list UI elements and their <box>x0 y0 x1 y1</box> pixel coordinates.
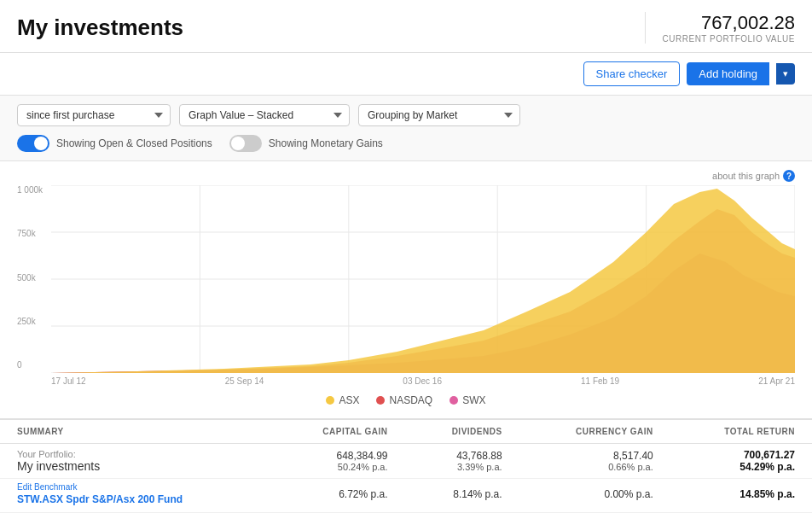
x-label-1: 17 Jul 12 <box>51 376 86 386</box>
monetary-gains-toggle-label: Showing Monetary Gains <box>269 137 383 149</box>
portfolio-name-cell: Your Portfolio: My investments <box>0 444 270 479</box>
toggle-knob-2 <box>231 137 245 150</box>
share-checker-button[interactable]: Share checker <box>583 61 681 86</box>
dividends-pct: 3.39% p.a. <box>422 462 502 472</box>
benchmark-cell: Edit Benchmark STW.ASX Spdr S&P/Asx 200 … <box>0 479 270 513</box>
portfolio-value: 767,002.28 <box>663 12 795 34</box>
x-label-5: 21 Apr 21 <box>758 376 795 386</box>
legend-swx: SWX <box>450 394 485 406</box>
capital-gain-cell: 648,384.99 50.24% p.a. <box>270 444 404 479</box>
b-capital-gain-cell: 6.72% p.a. <box>270 479 404 513</box>
open-closed-toggle-item: Showing Open & Closed Positions <box>17 135 212 152</box>
asx-label: ASX <box>339 394 359 406</box>
legend-asx: ASX <box>326 394 359 406</box>
portfolio-value-label: CURRENT PORTFOLIO VALUE <box>663 34 795 44</box>
portfolio-label: Your Portfolio: <box>17 449 253 459</box>
total-return-cell: 700,671.27 54.29% p.a. <box>670 444 812 479</box>
about-graph-label[interactable]: about this graph <box>712 171 780 181</box>
period-select[interactable]: since first purchase <box>17 104 171 126</box>
swx-label: SWX <box>462 394 485 406</box>
col-dividends: DIVIDENDS <box>405 419 519 444</box>
portfolio-name: My investments <box>17 459 253 473</box>
info-icon: ? <box>783 170 795 182</box>
toggle-row: Showing Open & Closed Positions Showing … <box>17 135 795 152</box>
dividends-value: 43,768.88 <box>422 450 502 462</box>
chart-svg <box>51 185 795 373</box>
col-total-return: TOTAL RETURN <box>670 419 812 444</box>
y-label-500k: 500k <box>17 273 43 283</box>
portfolio-value-block: 767,002.28 CURRENT PORTFOLIO VALUE <box>645 12 795 44</box>
chart-svg-wrapper <box>51 185 795 373</box>
portfolio-row: Your Portfolio: My investments 648,384.9… <box>0 444 812 479</box>
currency-gain-pct: 0.66% p.a. <box>536 462 653 472</box>
open-closed-toggle[interactable] <box>17 135 49 152</box>
currency-gain-value: 8,517.40 <box>536 450 653 462</box>
dividends-cell: 43,768.88 3.39% p.a. <box>405 444 519 479</box>
filters-bar: since first purchase Graph Value – Stack… <box>0 96 812 161</box>
y-label-250k: 250k <box>17 317 43 326</box>
total-return-pct: 54.29% p.a. <box>687 461 795 473</box>
chart-container: 1 000k 750k 500k 250k 0 <box>17 185 795 373</box>
y-label-750k: 750k <box>17 229 43 238</box>
benchmark-ticker[interactable]: STW.ASX <box>17 493 63 505</box>
open-closed-toggle-label: Showing Open & Closed Positions <box>56 137 212 149</box>
asx-dot <box>326 396 334 405</box>
nasdaq-dot <box>376 396 385 405</box>
b-currency-gain-cell: 0.00% p.a. <box>519 479 670 513</box>
benchmark-row: Edit Benchmark STW.ASX Spdr S&P/Asx 200 … <box>0 479 812 513</box>
col-capital-gain: CAPITAL GAIN <box>270 419 404 444</box>
edit-benchmark-link[interactable]: Edit Benchmark <box>17 482 253 492</box>
graph-type-select[interactable]: Graph Value – Stacked <box>179 104 350 126</box>
legend-nasdaq: NASDAQ <box>376 394 432 406</box>
toggle-knob <box>34 137 48 150</box>
swx-dot <box>450 396 458 405</box>
col-currency-gain: CURRENCY GAIN <box>519 419 670 444</box>
nasdaq-label: NASDAQ <box>389 394 432 406</box>
add-holding-caret-button[interactable]: ▾ <box>776 63 795 85</box>
summary-table: SUMMARY CAPITAL GAIN DIVIDENDS CURRENCY … <box>0 418 812 513</box>
grouping-select[interactable]: Grouping by Market <box>358 104 520 126</box>
b-total-return-cell: 14.85% p.a. <box>670 479 812 513</box>
page-title: My investments <box>17 15 183 41</box>
y-label-1000k: 1 000k <box>17 185 43 195</box>
monetary-gains-toggle-item: Showing Monetary Gains <box>229 135 383 152</box>
asx-area <box>51 189 795 373</box>
toolbar: Share checker Add holding ▾ <box>0 53 812 96</box>
currency-gain-cell: 8,517.40 0.66% p.a. <box>519 444 670 479</box>
x-label-2: 25 Sep 14 <box>225 376 264 386</box>
chart-info-link: about this graph ? <box>17 170 795 182</box>
col-summary: SUMMARY <box>0 419 270 444</box>
x-label-3: 03 Dec 16 <box>403 376 442 386</box>
total-return-value: 700,671.27 <box>687 449 795 461</box>
y-label-0: 0 <box>17 360 43 370</box>
benchmark-name-link[interactable]: Spdr S&P/Asx 200 Fund <box>66 493 183 505</box>
add-holding-button[interactable]: Add holding <box>687 62 769 85</box>
capital-gain-pct: 50.24% p.a. <box>287 462 387 472</box>
chart-area: about this graph ? 1 000k 750k 500k 250k… <box>0 161 812 418</box>
b-dividends-cell: 8.14% p.a. <box>405 479 519 513</box>
page-header: My investments 767,002.28 CURRENT PORTFO… <box>0 0 812 53</box>
chart-y-axis: 1 000k 750k 500k 250k 0 <box>17 185 43 373</box>
chart-legend: ASX NASDAQ SWX <box>17 386 795 418</box>
capital-gain-value: 648,384.99 <box>287 450 387 462</box>
chart-x-axis: 17 Jul 12 25 Sep 14 03 Dec 16 11 Feb 19 … <box>17 376 795 386</box>
monetary-gains-toggle[interactable] <box>229 135 262 152</box>
x-label-4: 11 Feb 19 <box>581 376 619 386</box>
